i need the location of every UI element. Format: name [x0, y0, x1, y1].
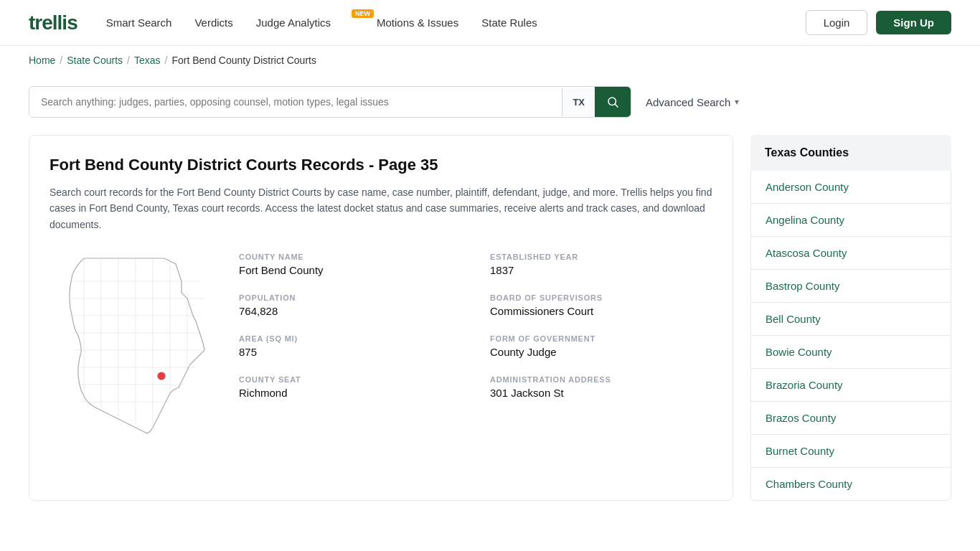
- sidebar-header: Texas Counties: [750, 135, 951, 171]
- sidebar-item-bastrop[interactable]: Bastrop County: [751, 270, 951, 303]
- svg-line-1: [615, 104, 618, 107]
- area-label: AREA (SQ MI): [239, 334, 461, 343]
- sidebar-item-brazoria[interactable]: Brazoria County: [751, 369, 951, 402]
- area-value: 875: [239, 346, 257, 358]
- form-government-value: County Judge: [490, 346, 557, 358]
- sidebar-county-list: Anderson County Angelina County Atascosa…: [750, 171, 951, 501]
- county-seat-label: COUNTY SEAT: [239, 375, 461, 384]
- svg-point-17: [157, 372, 165, 380]
- svg-point-0: [608, 98, 616, 105]
- page-title: Fort Bend County District Courts Records…: [50, 156, 712, 174]
- form-government-label: FORM OF GOVERNMENT: [490, 334, 712, 343]
- nav-state-rules[interactable]: State Rules: [481, 17, 537, 29]
- content-area: Fort Bend County District Courts Records…: [29, 135, 733, 501]
- established-year-group: ESTABLISHED YEAR 1837: [490, 253, 712, 276]
- county-name-value: Fort Bend County: [239, 264, 324, 276]
- board-supervisors-value: Commissioners Court: [490, 305, 593, 317]
- main-nav: Smart Search Verdicts Judge Analytics NE…: [106, 17, 537, 29]
- breadcrumb-sep-3: /: [165, 55, 168, 66]
- header-left: trellis Smart Search Verdicts Judge Anal…: [29, 11, 537, 34]
- breadcrumb-state-courts[interactable]: State Courts: [67, 55, 123, 66]
- population-group: POPULATION 764,828: [239, 293, 461, 317]
- board-supervisors-label: BOARD OF SUPERVISORS: [490, 293, 712, 302]
- established-year-value: 1837: [490, 264, 514, 276]
- form-government-group: FORM OF GOVERNMENT County Judge: [490, 334, 712, 358]
- breadcrumb-sep-2: /: [127, 55, 130, 66]
- sidebar-item-brazos[interactable]: Brazos County: [751, 402, 951, 435]
- breadcrumb-home[interactable]: Home: [29, 55, 55, 66]
- breadcrumb: Home / State Courts / Texas / Fort Bend …: [0, 46, 980, 75]
- county-map: [50, 253, 222, 438]
- population-value: 764,828: [239, 305, 278, 317]
- county-details-grid: COUNTY NAME Fort Bend County ESTABLISHED…: [239, 253, 712, 399]
- page-description: Search court records for the Fort Bend C…: [50, 184, 712, 232]
- sidebar-item-burnet[interactable]: Burnet County: [751, 435, 951, 468]
- texas-map-svg: [50, 253, 222, 436]
- sidebar-item-angelina[interactable]: Angelina County: [751, 204, 951, 237]
- search-button[interactable]: [595, 87, 631, 117]
- advanced-search-button[interactable]: Advanced Search ▾: [646, 96, 739, 108]
- population-label: POPULATION: [239, 293, 461, 302]
- search-icon: [606, 95, 619, 108]
- logo[interactable]: trellis: [29, 11, 77, 34]
- breadcrumb-texas[interactable]: Texas: [134, 55, 161, 66]
- signup-button[interactable]: Sign Up: [876, 11, 951, 34]
- admin-address-value: 301 Jackson St: [490, 387, 564, 399]
- county-seat-value: Richmond: [239, 387, 288, 399]
- sidebar-item-anderson[interactable]: Anderson County: [751, 171, 951, 204]
- search-tx-badge: TX: [562, 88, 595, 116]
- sidebar-item-chambers[interactable]: Chambers County: [751, 468, 951, 500]
- sidebar-item-bell[interactable]: Bell County: [751, 303, 951, 336]
- board-supervisors-group: BOARD OF SUPERVISORS Commissioners Court: [490, 293, 712, 317]
- breadcrumb-current: Fort Bend County District Courts: [171, 55, 316, 66]
- nav-verdicts[interactable]: Verdicts: [194, 17, 232, 29]
- nav-smart-search[interactable]: Smart Search: [106, 17, 172, 29]
- chevron-down-icon: ▾: [735, 97, 739, 107]
- login-button[interactable]: Login: [806, 10, 868, 35]
- county-info: COUNTY NAME Fort Bend County ESTABLISHED…: [50, 253, 712, 438]
- search-input[interactable]: [29, 88, 562, 116]
- header-right: Login Sign Up: [806, 10, 951, 35]
- area-group: AREA (SQ MI) 875: [239, 334, 461, 358]
- sidebar-item-bowie[interactable]: Bowie County: [751, 336, 951, 369]
- admin-address-group: ADMINISTRATION ADDRESS 301 Jackson St: [490, 375, 712, 399]
- new-badge: NEW: [352, 9, 374, 18]
- county-name-label: COUNTY NAME: [239, 253, 461, 261]
- county-name-group: COUNTY NAME Fort Bend County: [239, 253, 461, 276]
- advanced-search-label: Advanced Search: [646, 96, 730, 108]
- sidebar-item-atascosa[interactable]: Atascosa County: [751, 237, 951, 270]
- breadcrumb-sep-1: /: [60, 55, 62, 66]
- sidebar: Texas Counties Anderson County Angelina …: [750, 135, 951, 501]
- admin-address-label: ADMINISTRATION ADDRESS: [490, 375, 712, 384]
- nav-motions-issues[interactable]: Motions & Issues: [377, 17, 458, 29]
- established-year-label: ESTABLISHED YEAR: [490, 253, 712, 261]
- header: trellis Smart Search Verdicts Judge Anal…: [0, 0, 980, 46]
- search-wrapper: TX: [29, 86, 631, 118]
- main-layout: Fort Bend County District Courts Records…: [0, 135, 980, 529]
- search-section: TX Advanced Search ▾: [0, 75, 980, 135]
- county-seat-group: COUNTY SEAT Richmond: [239, 375, 461, 399]
- nav-judge-analytics[interactable]: Judge Analytics NEW: [256, 17, 354, 29]
